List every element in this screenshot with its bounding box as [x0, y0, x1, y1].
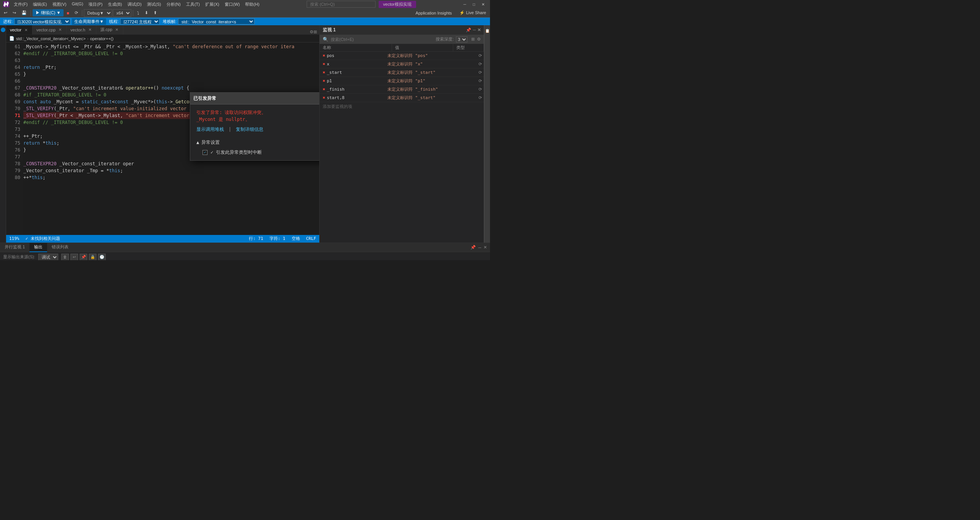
watch-minimize-icon[interactable]: ─ — [473, 28, 476, 33]
platform-select[interactable]: x64 — [113, 9, 131, 17]
watch-name-finish: _finish — [327, 87, 345, 92]
menu-extensions[interactable]: 扩展(X) — [203, 1, 222, 8]
code-line-78: _CONSTEXPR20 _Vector_const_iterator oper — [23, 160, 319, 167]
global-search-input[interactable] — [307, 1, 376, 8]
menu-git[interactable]: Git(G) — [69, 1, 85, 8]
editor-encoding: CRLF — [306, 235, 317, 242]
menu-test[interactable]: 测试(S) — [145, 1, 163, 8]
menu-analyze[interactable]: 分析(N) — [164, 1, 183, 8]
title-bar-left: 文件(F) 编辑(E) 视图(V) Git(G) 项目(P) 生成(B) 调试(… — [3, 1, 262, 8]
menu-view[interactable]: 视图(V) — [50, 1, 69, 8]
bottom-close-icon[interactable]: ✕ — [483, 245, 487, 250]
code-line-66 — [23, 78, 319, 85]
menu-debug[interactable]: 调试(D) — [125, 1, 144, 8]
toolbar-step-out[interactable]: ⬆ — [151, 10, 159, 16]
debug-config-select[interactable]: Debug▼ — [84, 9, 112, 17]
toolbar-restart[interactable]: ⟳ — [72, 10, 80, 16]
bottom-pin-icon[interactable]: 📌 — [470, 245, 476, 250]
toolbar-undo[interactable]: ↩ — [2, 10, 10, 16]
application-insights-button[interactable]: Application Insights — [413, 10, 454, 16]
editor-zoom: 119% — [9, 235, 20, 242]
watch-item-pos[interactable]: ✖ pos 未定义标识符 "pos" ⟳ — [320, 52, 484, 60]
tab-vector-cpp[interactable]: vector.cpp ✕ — [33, 25, 67, 34]
output-wrap-btn[interactable]: ↩ — [70, 254, 78, 261]
menu-window[interactable]: 窗口(W) — [222, 1, 242, 8]
exception-dialog-titlebar: 已引发异常 ▶ 📌 ✕ — [190, 93, 319, 104]
menu-build[interactable]: 生成(B) — [106, 1, 124, 8]
btab-parallel[interactable]: 并行监视 1 — [0, 243, 29, 252]
maximize-button[interactable]: □ — [470, 1, 478, 7]
tab-vector-cpp-close[interactable]: ✕ — [58, 27, 62, 32]
watch-pin-icon[interactable]: 📌 — [466, 28, 471, 33]
toolbar-save[interactable]: 💾 — [19, 10, 29, 16]
menu-file[interactable]: 文件(F) — [11, 1, 30, 8]
lifecycle-button[interactable]: 生命周期事件▼ — [72, 18, 106, 25]
search-depth-select[interactable]: 3 — [456, 36, 467, 42]
menu-edit[interactable]: 编辑(E) — [31, 1, 49, 8]
live-share-button[interactable]: ⚡ Live Share — [457, 10, 488, 16]
copy-details-link[interactable]: 复制详细信息 — [236, 126, 263, 133]
watch-value-start8: 未定义标识符 "_start" — [384, 95, 446, 101]
main-area: vector ✕ vector.cpp ✕ vector.h ✕ 源.cpp ✕… — [0, 25, 490, 243]
right-panel-label[interactable]: 📋 — [484, 27, 490, 34]
watch-error-icon-start: ✖ — [323, 70, 325, 75]
split-icon[interactable]: ⊞ — [314, 29, 317, 34]
menu-project[interactable]: 项目(P) — [86, 1, 105, 8]
menu-tools[interactable]: 工具(T) — [184, 1, 202, 8]
tab-source-cpp-close[interactable]: ✕ — [114, 27, 119, 32]
code-editor[interactable]: 61 62 63 64 65 66 67 68 69 70 71 72 73 7… — [6, 42, 319, 243]
watch-refresh-pos[interactable]: ⟳ — [476, 53, 484, 58]
thread-select[interactable]: [27724] 主线程 — [120, 18, 160, 24]
output-source-label: 显示输出来源(S): — [3, 254, 35, 260]
btab-output[interactable]: 输出 — [29, 243, 47, 252]
watch-refresh-start[interactable]: ⟳ — [476, 70, 484, 75]
watch-search-input[interactable] — [331, 37, 377, 42]
breadcrumb-filename[interactable]: std::_Vector_const_iterator<_Myvec> — [16, 36, 86, 41]
output-clear-btn[interactable]: 🗑 — [61, 254, 69, 261]
output-source-select[interactable]: 调试 — [38, 254, 58, 261]
tab-vector-h[interactable]: vector.h ✕ — [67, 25, 96, 34]
watch-item-start8[interactable]: ✖ start,8 未定义标识符 "_start" ⟳ — [320, 94, 484, 102]
output-lock-btn[interactable]: 🔒 — [89, 254, 96, 261]
watch-item-p1[interactable]: ✖ p1 未定义标识符 "p1" ⟳ — [320, 77, 484, 85]
output-clock-btn[interactable]: 🕐 — [98, 254, 106, 261]
bottom-minimize-icon[interactable]: ─ — [478, 245, 481, 250]
menu-help[interactable]: 帮助(H) — [243, 1, 261, 8]
toolbar-step-over[interactable]: ⤵ — [135, 10, 142, 16]
watch-refresh-x[interactable]: ⟳ — [476, 62, 484, 67]
watch-close-icon[interactable]: ✕ — [477, 28, 481, 33]
toolbar-redo[interactable]: ↪ — [10, 10, 18, 16]
tab-vector-cpp-label: vector.cpp — [36, 28, 56, 32]
tab-vector-h-close[interactable]: ✕ — [88, 27, 92, 32]
watch-header-left: 监视 1 — [323, 27, 336, 33]
output-pin-btn[interactable]: 📌 — [80, 254, 87, 261]
watch-expand-icon[interactable]: ⊞ — [471, 37, 475, 42]
minimize-button[interactable]: ─ — [461, 1, 469, 7]
tab-source-cpp[interactable]: 源.cpp ✕ — [96, 25, 124, 34]
watch-item-x[interactable]: ✖ x 未定义标识符 "x" ⟳ — [320, 60, 484, 68]
continue-button[interactable]: ▶ 继续(C) ▼ — [33, 9, 64, 16]
watch-refresh-finish[interactable]: ⟳ — [476, 87, 484, 92]
breadcrumb-symbol[interactable]: operator++() — [90, 36, 113, 41]
tab-vector[interactable]: vector ✕ — [6, 25, 33, 34]
exception-checkbox[interactable]: ✓ — [203, 150, 207, 155]
watch-add-item[interactable]: 添加要监视的项 — [320, 102, 484, 111]
show-callstack-link[interactable]: 显示调用堆栈 — [196, 126, 224, 133]
bottom-tabs: 并行监视 1 输出 错误列表 📌 ─ ✕ — [0, 243, 490, 252]
watch-settings-icon[interactable]: ⚙ — [477, 37, 481, 42]
stack-select[interactable]: std::_Vector_const_iterator<s — [178, 18, 255, 24]
watch-item-start[interactable]: ✖ _start 未定义标识符 "_start" ⟳ — [320, 68, 484, 77]
watch-refresh-start8[interactable]: ⟳ — [476, 95, 484, 100]
tab-vector-close[interactable]: ✕ — [24, 28, 28, 33]
close-button[interactable]: ✕ — [479, 1, 487, 7]
watch-refresh-p1[interactable]: ⟳ — [476, 78, 484, 83]
toolbar-stop[interactable]: ■ — [64, 10, 72, 16]
activity-indicator — [1, 28, 5, 32]
watch-item-finish[interactable]: ✖ _finish 未定义标识符 "_finish" ⟳ — [320, 85, 484, 94]
btab-errors[interactable]: 错误列表 — [47, 243, 73, 252]
watch-name-start8: start,8 — [327, 95, 345, 100]
settings-icon[interactable]: ⚙ — [310, 29, 314, 34]
exception-settings-header[interactable]: ▲ 异常设置 — [196, 139, 319, 146]
toolbar-step-into[interactable]: ⬇ — [142, 10, 150, 16]
process-select[interactable]: [13020] vector模拟实现. — [14, 18, 70, 24]
